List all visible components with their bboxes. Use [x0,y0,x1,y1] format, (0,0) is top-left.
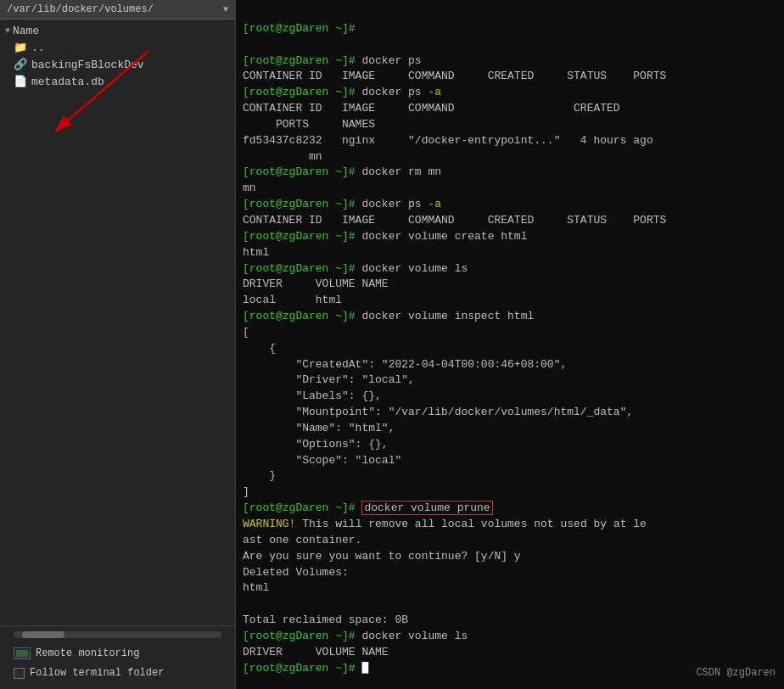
file-icon: 📄 [14,75,27,88]
terminal-line: [root@zgDaren ~]# docker rm mn [243,165,441,178]
monitor-screen [16,650,28,657]
left-panel: /var/lib/docker/volumes/ ▼ ▼ Name 📁 .. 🔗… [0,0,236,689]
terminal-line: WARNING! This will remove all local volu… [243,518,647,546]
terminal-line: html [243,581,269,594]
terminal-line: Total reclaimed space: 0B [243,613,408,626]
terminal-line: [root@zgDaren ~]# docker volume ls [243,630,468,642]
terminal-line: CONTAINER ID IMAGE COMMAND CREATED STATU… [243,70,666,82]
file-tree: ▼ Name 📁 .. 🔗 backingFsBlockDev 📄 metada… [0,20,235,625]
left-bottom: Remote monitoring Follow terminal folder [0,625,235,689]
list-item[interactable]: 📄 metadata.db [0,73,235,90]
terminal-line: [ { "CreatedAt": "2022-04-04T00:00:46+08… [243,326,633,498]
terminal-panel[interactable]: [root@zgDaren ~]# [root@zgDaren ~]# dock… [236,0,784,689]
monitor-icon [14,647,31,659]
follow-terminal-checkbox[interactable] [14,668,25,679]
terminal-line: [root@zgDaren ~]# docker ps -a [243,198,441,210]
terminal-line: [root@zgDaren ~]# █ [243,662,368,675]
folder-up-icon: 📁 [14,41,27,54]
terminal-line: [root@zgDaren ~]# docker ps -a [243,86,441,98]
chevron-down-icon: ▼ [5,26,10,36]
tree-root: ▼ Name [0,23,235,39]
terminal-line: CONTAINER ID IMAGE COMMAND CREATED PORTS… [243,102,620,131]
watermark: CSDN @zgDaren [696,666,776,681]
follow-terminal-label: Follow terminal folder [30,667,164,679]
path-text: /var/lib/docker/volumes/ [7,3,220,15]
tree-root-label: Name [13,25,39,37]
highlighted-command: docker volume prune [361,501,492,515]
terminal-line: [root@zgDaren ~]# docker volume ls [243,262,468,275]
terminal-line: Deleted Volumes: [243,566,349,579]
terminal-line: mn [243,182,256,194]
terminal-line: Are you sure you want to continue? [y/N]… [243,550,521,563]
scrollbar[interactable] [14,631,221,638]
terminal-line: [root@zgDaren ~]# docker volume create h… [243,230,527,243]
list-item[interactable]: 🔗 backingFsBlockDev [0,56,235,73]
file-blue-icon: 🔗 [14,58,27,71]
terminal-line: [root@zgDaren ~]# docker volume inspect … [243,310,534,322]
terminal-line: fd53437c8232 nginx "/docker-entrypoint..… [243,134,653,163]
remote-monitoring-label: Remote monitoring [36,647,139,659]
item-label: .. [31,42,45,54]
remote-monitoring-button[interactable]: Remote monitoring [7,643,228,664]
terminal-line: CONTAINER ID IMAGE COMMAND CREATED STATU… [243,214,666,227]
path-bar[interactable]: /var/lib/docker/volumes/ ▼ [0,0,235,20]
list-item[interactable]: 📁 .. [0,39,235,56]
terminal-line: [root@zgDaren ~]# docker volume prune [243,501,493,515]
terminal-line: DRIVER VOLUME NAME [243,646,389,658]
terminal-line: local html [243,294,342,306]
follow-terminal-toggle[interactable]: Follow terminal folder [7,664,228,684]
terminal-line: html [243,246,269,259]
item-label: metadata.db [31,76,104,88]
scrollbar-thumb [22,631,64,638]
path-chevron: ▼ [223,5,228,14]
terminal-line: [root@zgDaren ~]# [243,22,361,35]
terminal-line: [root@zgDaren ~]# docker ps [243,54,422,67]
item-label: backingFsBlockDev [31,59,144,71]
terminal-line: DRIVER VOLUME NAME [243,277,389,290]
